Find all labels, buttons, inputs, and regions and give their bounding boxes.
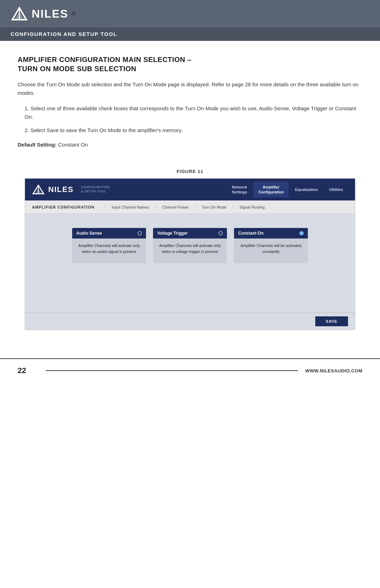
nav-tab-amplifier[interactable]: AmplifierConfiguration	[253, 182, 289, 198]
app-logo-subtitle: CONFIGURATION & SETUP TOOL	[81, 185, 110, 193]
option-constant-on-label: Constant On	[238, 231, 264, 236]
sub-tab-channel-power[interactable]: Channel Power	[156, 205, 195, 209]
option-constant-on-body: Amplifier Channels will be activated con…	[234, 239, 308, 263]
turn-on-options: Audio Sense Amplifier Channels will acti…	[36, 228, 344, 263]
option-audio-sense-header: Audio Sense	[72, 228, 146, 239]
nav-tab-equalization[interactable]: Equalization	[290, 184, 323, 195]
sub-tab-input-channel[interactable]: Input Channel Names	[105, 205, 156, 209]
top-header: NILES®	[0, 0, 380, 27]
nav-tab-network[interactable]: NetworkSettings	[227, 182, 252, 198]
niles-logo-text: NILES	[32, 7, 68, 20]
option-audio-sense[interactable]: Audio Sense Amplifier Channels will acti…	[72, 228, 146, 263]
app-sub-section: AMPLIFIER CONFIGURATION	[32, 205, 94, 209]
figure-label: FIGURE 11	[18, 169, 362, 174]
app-footer: SAVE	[25, 312, 355, 330]
section-header-bar: CONFIGURATION AND SETUP TOOL	[0, 27, 380, 41]
page-title: AMPLIFIER CONFIGURATION MAIN SELECTION –…	[18, 55, 362, 73]
option-audio-sense-radio[interactable]	[138, 231, 142, 235]
main-content: AMPLIFIER CONFIGURATION MAIN SELECTION –…	[0, 41, 380, 341]
option-audio-sense-body: Amplifier Channels will activate only wh…	[72, 239, 146, 263]
app-logo-area: NILES® CONFIGURATION & SETUP TOOL	[32, 184, 110, 195]
app-logo-icon	[32, 184, 45, 195]
app-logo-text: NILES	[48, 185, 74, 194]
app-sub-header: AMPLIFIER CONFIGURATION Input Channel Na…	[25, 200, 355, 214]
option-voltage-trigger-body: Amplifier Channels will activate only wh…	[153, 239, 227, 263]
option-constant-on-header: Constant On	[234, 228, 308, 239]
save-button[interactable]: SAVE	[315, 316, 348, 326]
screenshot-box: NILES® CONFIGURATION & SETUP TOOL Networ…	[25, 178, 355, 330]
footer-line	[46, 370, 298, 371]
nav-tab-utilities[interactable]: Utilities	[324, 184, 348, 195]
option-voltage-trigger[interactable]: Voltage Trigger Amplifier Channels will …	[153, 228, 227, 263]
default-setting: Default Setting: Constant On	[18, 142, 362, 148]
app-header: NILES® CONFIGURATION & SETUP TOOL Networ…	[25, 179, 355, 200]
step-2: 2. Select Save to save the Turn On Mode …	[18, 126, 362, 135]
option-voltage-trigger-label: Voltage Trigger	[157, 231, 188, 236]
app-sub-tabs: Input Channel Names Channel Power Turn O…	[105, 205, 271, 209]
niles-logo-reg: ®	[72, 11, 75, 17]
sub-tab-turn-on-mode[interactable]: Turn On Mode	[195, 205, 233, 209]
steps-list: 1. Select one of three available check b…	[18, 104, 362, 135]
option-voltage-trigger-radio[interactable]	[218, 231, 223, 235]
option-constant-on-radio[interactable]	[299, 231, 304, 235]
intro-text: Choose the Turn On Mode sub selection an…	[18, 80, 362, 97]
option-voltage-trigger-header: Voltage Trigger	[153, 228, 227, 239]
option-constant-on[interactable]: Constant On Amplifier Channels will be a…	[234, 228, 308, 263]
step-1: 1. Select one of three available check b…	[18, 104, 362, 121]
page-number: 22	[18, 366, 39, 375]
section-header-text: CONFIGURATION AND SETUP TOOL	[11, 31, 117, 37]
footer-url: WWW.NILESAUDIO.COM	[305, 368, 362, 373]
option-audio-sense-label: Audio Sense	[76, 231, 102, 236]
niles-logo-icon	[11, 6, 28, 21]
app-nav-tabs: NetworkSettings AmplifierConfiguration E…	[227, 182, 348, 198]
app-content: Audio Sense Amplifier Channels will acti…	[25, 214, 355, 312]
page-footer: 22 WWW.NILESAUDIO.COM	[0, 358, 380, 382]
sub-tab-signal-routing[interactable]: Signal Routing	[233, 205, 271, 209]
niles-logo: NILES®	[11, 6, 76, 21]
